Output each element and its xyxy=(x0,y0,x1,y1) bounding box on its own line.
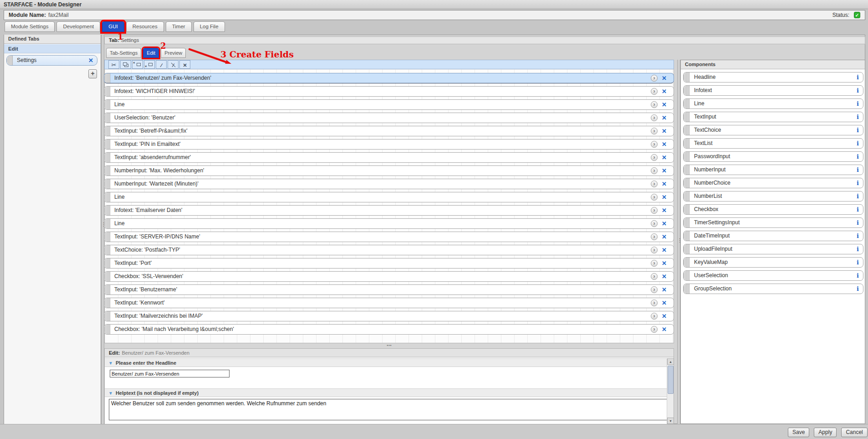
headline-section-header[interactable]: Please enter the Headline xyxy=(105,358,671,367)
component-item[interactable]: NumberChoice xyxy=(683,178,863,188)
expand-chevron-button[interactable] xyxy=(651,154,658,161)
info-icon[interactable] xyxy=(857,86,863,95)
delete-field-x-button[interactable] xyxy=(662,258,670,268)
delete-field-x-button[interactable] xyxy=(662,245,670,255)
info-icon[interactable] xyxy=(857,112,863,122)
component-item[interactable]: NumberList xyxy=(683,191,863,201)
field-row[interactable]: TextInput: 'SERVER-IP/DNS Name' xyxy=(104,232,674,242)
main-tab[interactable]: Module Settings xyxy=(5,21,55,32)
drag-handle-icon[interactable] xyxy=(104,298,110,308)
drag-handle-icon[interactable] xyxy=(684,271,689,280)
field-row[interactable]: Line xyxy=(104,218,674,229)
drag-handle-icon[interactable] xyxy=(684,86,689,95)
delete-field-x-button[interactable] xyxy=(662,179,670,189)
drag-handle-icon[interactable] xyxy=(684,205,689,214)
info-icon[interactable] xyxy=(857,99,863,108)
field-row[interactable]: Line xyxy=(104,99,674,110)
info-icon[interactable] xyxy=(857,244,863,254)
drag-handle-icon[interactable] xyxy=(684,99,689,108)
delete-field-x-button[interactable] xyxy=(662,113,670,123)
drag-handle-icon[interactable] xyxy=(104,100,110,109)
field-row[interactable]: Infotext: 'Benutzer/ zum Fax-Versenden' xyxy=(104,73,674,83)
expand-chevron-button[interactable] xyxy=(651,128,658,134)
drag-handle-icon[interactable] xyxy=(684,231,689,241)
collapse-triangle-icon[interactable] xyxy=(108,360,113,366)
expand-chevron-button[interactable] xyxy=(651,167,658,174)
sub-tab[interactable]: Tab-Settings xyxy=(106,48,141,58)
field-row[interactable]: TextInput: 'Betreff-Pr&auml;fix' xyxy=(104,126,674,136)
drag-handle-icon[interactable] xyxy=(684,191,689,201)
drag-handle-icon[interactable] xyxy=(684,244,689,254)
expand-chevron-button[interactable] xyxy=(651,326,658,333)
delete-field-x-button[interactable] xyxy=(662,325,670,334)
component-item[interactable]: GroupSelection xyxy=(683,284,863,294)
collapse-triangle-icon[interactable] xyxy=(108,390,113,396)
delete-field-x-button[interactable] xyxy=(662,272,670,281)
component-item[interactable]: Infotext xyxy=(683,85,863,96)
drag-handle-icon[interactable] xyxy=(104,139,110,149)
main-tab[interactable]: Resources xyxy=(126,21,164,32)
drag-handle-icon[interactable] xyxy=(104,126,110,136)
field-row[interactable]: TextInput: 'Benutzername' xyxy=(104,284,674,295)
drag-handle-icon[interactable] xyxy=(684,178,689,188)
paste-before-button[interactable] xyxy=(132,60,143,69)
drag-handle-icon[interactable] xyxy=(104,311,110,321)
component-item[interactable]: UserSelection xyxy=(683,270,863,281)
expand-chevron-button[interactable] xyxy=(651,75,658,82)
field-row[interactable]: Checkbox: 'SSL-Verwenden' xyxy=(104,271,674,282)
main-tab[interactable]: Development xyxy=(56,21,100,32)
component-item[interactable]: TextList xyxy=(683,138,863,149)
drag-handle-icon[interactable] xyxy=(684,72,689,82)
drag-handle-icon[interactable] xyxy=(684,258,689,267)
field-row[interactable]: TextInput: 'Mailverzeichnis bei IMAP' xyxy=(104,311,674,321)
edit-panel-scrollbar[interactable] xyxy=(667,358,674,424)
component-item[interactable]: Checkbox xyxy=(683,204,863,215)
scrollbar-thumb[interactable] xyxy=(668,366,674,394)
add-tab-button[interactable]: + xyxy=(88,69,97,78)
info-icon[interactable] xyxy=(857,218,863,227)
delete-field-x-button[interactable] xyxy=(662,232,670,242)
field-row[interactable]: TextChoice: 'Postfach-TYP' xyxy=(104,245,674,255)
paste-after-button[interactable] xyxy=(144,60,155,69)
right-splitter-handle[interactable] xyxy=(677,60,680,424)
drag-handle-icon[interactable] xyxy=(684,139,689,148)
expand-chevron-button[interactable] xyxy=(651,194,658,201)
save-button[interactable]: Save xyxy=(788,428,809,437)
defined-tabs-edit-row[interactable]: Edit xyxy=(4,44,101,53)
info-icon[interactable] xyxy=(857,152,863,161)
expand-chevron-button[interactable] xyxy=(651,233,658,240)
apply-button[interactable]: Apply xyxy=(814,428,837,437)
field-row[interactable]: UserSelection: 'Benutzer' xyxy=(104,113,674,123)
expand-chevron-button[interactable] xyxy=(651,273,658,280)
drag-handle-icon[interactable] xyxy=(104,192,110,202)
copy-button[interactable] xyxy=(120,60,131,69)
delete-field-x-button[interactable] xyxy=(662,206,670,215)
drag-handle-icon[interactable] xyxy=(684,284,689,294)
component-item[interactable]: TimerSettingsInput xyxy=(683,217,863,228)
field-row[interactable]: TextInput: 'Port' xyxy=(104,258,674,269)
defined-tab-item[interactable]: Settings xyxy=(6,55,97,66)
drag-handle-icon[interactable] xyxy=(104,272,110,281)
scroll-up-arrow-icon[interactable] xyxy=(667,358,674,365)
info-icon[interactable] xyxy=(857,258,863,267)
drag-handle-icon[interactable] xyxy=(684,125,689,135)
expand-chevron-button[interactable] xyxy=(651,207,658,214)
expand-chevron-button[interactable] xyxy=(651,300,658,306)
main-tab[interactable]: Timer xyxy=(166,21,192,32)
info-icon[interactable] xyxy=(857,205,863,214)
sub-tab[interactable]: Edit xyxy=(143,48,159,58)
drag-handle-icon[interactable] xyxy=(7,56,13,65)
helptext-section-header[interactable]: Helptext (is not displayed if empty) xyxy=(105,388,671,397)
expand-chevron-button[interactable] xyxy=(651,286,658,293)
field-row[interactable]: NumberInput: 'Wartezeit (Minuten)' xyxy=(104,179,674,189)
delete-field-x-button[interactable] xyxy=(662,100,670,109)
remove-tab-x-button[interactable] xyxy=(88,56,97,65)
expand-chevron-button[interactable] xyxy=(651,247,658,253)
expand-chevron-button[interactable] xyxy=(651,313,658,320)
field-row[interactable]: Checkbox: 'Mail nach Verarbeitung l&ouml… xyxy=(104,324,674,335)
field-row[interactable]: TextInput: 'PIN in Emailtext' xyxy=(104,139,674,150)
cancel-button[interactable]: Cancel xyxy=(841,428,867,437)
info-icon[interactable] xyxy=(857,284,863,294)
delete-field-x-button[interactable] xyxy=(662,166,670,176)
drag-handle-icon[interactable] xyxy=(104,113,110,123)
